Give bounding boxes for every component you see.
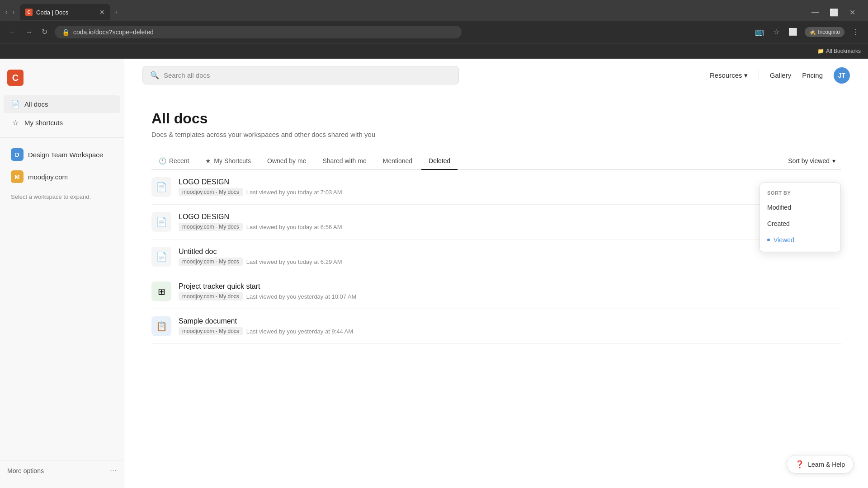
url-text: coda.io/docs?scope=deleted xyxy=(73,28,154,36)
sidebar-item-design-team[interactable]: D Design Team Workspace xyxy=(4,144,120,165)
table-row[interactable]: 📄 LOGO DESIGN moodjoy.com - My docs Last… xyxy=(151,170,841,205)
learn-help-icon: ❓ xyxy=(795,460,804,469)
sort-by-button[interactable]: Sort by viewed ▾ xyxy=(783,154,841,168)
search-placeholder: Search all docs xyxy=(164,71,210,79)
resources-chevron-icon: ▾ xyxy=(744,71,748,80)
tab-mentioned[interactable]: Mentioned xyxy=(376,153,420,170)
doc-name: LOGO DESIGN xyxy=(179,178,841,186)
viewed-label: Viewed xyxy=(774,236,794,244)
doc-workspace: moodjoy.com - My docs xyxy=(179,258,243,266)
tab-my-shortcuts[interactable]: ★ My Shortcuts xyxy=(198,153,258,170)
sort-chevron-icon: ▾ xyxy=(832,157,835,164)
sort-dropdown: SORT BY Modified Created Viewed xyxy=(760,183,841,252)
search-bar[interactable]: 🔍 Search all docs xyxy=(142,66,459,84)
learn-help-label: Learn & Help xyxy=(808,461,845,468)
doc-time: Last viewed by you yesterday at 10:07 AM xyxy=(246,293,357,300)
sidebar-all-docs-label: All docs xyxy=(24,100,48,108)
tab-title: Coda | Docs xyxy=(36,9,96,16)
coda-logo[interactable]: C xyxy=(7,70,24,86)
address-bar[interactable]: 🔒 coda.io/docs?scope=deleted xyxy=(55,26,462,38)
tab-back-btn[interactable]: ‹ xyxy=(4,7,9,17)
bookmarks-label: All Bookmarks xyxy=(826,48,861,54)
incognito-label: Incognito xyxy=(818,29,840,35)
design-team-label: Design Team Workspace xyxy=(28,151,103,159)
doc-workspace: moodjoy.com - My docs xyxy=(179,223,243,231)
doc-time: Last viewed by you today at 7:03 AM xyxy=(246,189,342,196)
menu-icon[interactable]: ⋮ xyxy=(850,26,861,38)
doc-icon-untitled: 📄 xyxy=(151,247,171,267)
doc-list: 📄 LOGO DESIGN moodjoy.com - My docs Last… xyxy=(151,170,841,344)
more-options-dots-icon: ··· xyxy=(110,466,117,475)
sort-option-modified[interactable]: Modified xyxy=(760,199,840,216)
doc-time: Last viewed by you yesterday at 9:44 AM xyxy=(246,328,353,335)
browser-tab[interactable]: C Coda | Docs ✕ xyxy=(20,4,110,20)
sidebar-item-moodjoy[interactable]: M moodjoy.com xyxy=(4,166,120,188)
sort-option-created[interactable]: Created xyxy=(760,216,840,232)
table-row[interactable]: ⊞ Project tracker quick start moodjoy.co… xyxy=(151,274,841,309)
tab-owned-label: Owned by me xyxy=(267,157,306,164)
maximize-button[interactable]: ⬜ xyxy=(824,6,844,19)
table-row[interactable]: 📄 Untitled doc moodjoy.com - My docs Las… xyxy=(151,239,841,274)
user-avatar[interactable]: JT xyxy=(834,67,850,84)
sidebar-icon[interactable]: ⬜ xyxy=(787,26,799,38)
resources-button[interactable]: Resources ▾ xyxy=(710,71,748,80)
main-header: 🔍 Search all docs Resources ▾ Gallery Pr… xyxy=(124,59,868,92)
table-row[interactable]: 📋 Sample document moodjoy.com - My docs … xyxy=(151,309,841,344)
tab-deleted[interactable]: Deleted xyxy=(421,153,458,170)
doc-time: Last viewed by you today at 6:29 AM xyxy=(246,258,342,265)
forward-button[interactable]: → xyxy=(24,26,34,38)
learn-help-button[interactable]: ❓ Learn & Help xyxy=(787,455,854,474)
sort-dropdown-header: SORT BY xyxy=(760,187,840,199)
doc-icon-logo1: 📄 xyxy=(151,177,171,197)
back-button[interactable]: ← xyxy=(7,26,18,38)
sort-option-viewed[interactable]: Viewed xyxy=(760,232,840,248)
selected-indicator xyxy=(767,239,770,241)
doc-name: Project tracker quick start xyxy=(179,282,841,291)
reload-button[interactable]: ↻ xyxy=(40,26,49,38)
tab-favicon: C xyxy=(25,9,33,16)
doc-icon-sample: 📋 xyxy=(151,316,171,336)
gallery-link[interactable]: Gallery xyxy=(770,71,792,79)
resources-label: Resources xyxy=(710,71,742,79)
doc-workspace: moodjoy.com - My docs xyxy=(179,292,243,300)
more-options[interactable]: More options ··· xyxy=(7,466,117,475)
bookmark-icon[interactable]: ☆ xyxy=(771,26,781,38)
doc-workspace: moodjoy.com - My docs xyxy=(179,188,243,196)
shortcuts-tab-icon: ★ xyxy=(205,157,211,164)
design-team-icon: D xyxy=(11,148,24,161)
tab-recent[interactable]: 🕐 Recent xyxy=(151,153,196,170)
browser-chrome: ‹ › C Coda | Docs ✕ + — ⬜ ✕ ← → ↻ 🔒 coda… xyxy=(0,0,868,59)
all-docs-icon: 📄 xyxy=(11,100,20,108)
expand-hint: Select a workspace to expand. xyxy=(0,188,124,206)
sort-by-label: Sort by viewed xyxy=(788,157,830,164)
tab-shortcuts-label: My Shortcuts xyxy=(214,157,251,164)
created-label: Created xyxy=(767,220,790,227)
new-tab-button[interactable]: + xyxy=(110,6,122,18)
page-title: All docs xyxy=(151,110,841,127)
tab-close-button[interactable]: ✕ xyxy=(99,9,105,16)
pricing-link[interactable]: Pricing xyxy=(802,71,823,79)
recent-icon: 🕐 xyxy=(159,157,166,164)
sidebar: C 📄 All docs ☆ My shortcuts D Design Tea… xyxy=(0,59,124,488)
doc-workspace: moodjoy.com - My docs xyxy=(179,327,243,335)
minimize-button[interactable]: — xyxy=(806,6,824,19)
more-options-label: More options xyxy=(7,467,44,474)
bookmarks-bar-item[interactable]: 📁 All Bookmarks xyxy=(817,48,861,54)
sidebar-item-my-shortcuts[interactable]: ☆ My shortcuts xyxy=(4,114,120,131)
doc-icon-project: ⊞ xyxy=(151,282,171,301)
table-row[interactable]: 📄 LOGO DESIGN moodjoy.com - My docs Last… xyxy=(151,205,841,239)
close-button[interactable]: ✕ xyxy=(844,6,861,19)
tabs-row: 🕐 Recent ★ My Shortcuts Owned by me Shar… xyxy=(151,153,841,170)
main-body: All docs Docs & templates across your wo… xyxy=(124,92,868,488)
doc-icon-logo2: 📄 xyxy=(151,212,171,232)
cast-icon[interactable]: 📺 xyxy=(753,26,766,38)
doc-name: Untitled doc xyxy=(179,248,841,256)
doc-time: Last viewed by you today at 6:56 AM xyxy=(246,224,342,230)
tab-owned-by-me[interactable]: Owned by me xyxy=(260,153,313,170)
page-subtitle: Docs & templates across your workspaces … xyxy=(151,131,841,138)
tab-forward-btn[interactable]: › xyxy=(11,7,16,17)
tab-shared-with-me[interactable]: Shared with me xyxy=(315,153,373,170)
shortcuts-icon: ☆ xyxy=(11,118,20,127)
sidebar-item-all-docs[interactable]: 📄 All docs xyxy=(4,95,120,113)
moodjoy-icon: M xyxy=(11,170,24,183)
